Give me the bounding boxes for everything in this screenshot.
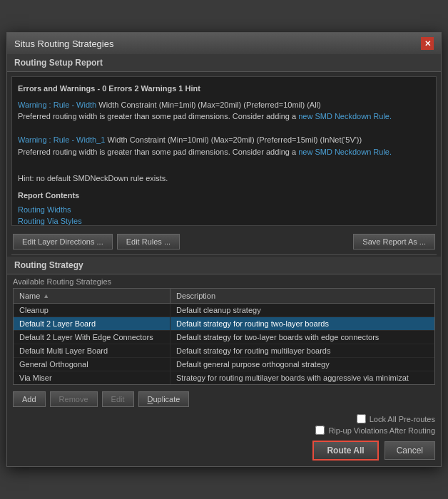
strategies-table: Name ▲ Description CleanupDefault cleanu… [13, 288, 435, 385]
close-button[interactable]: ✕ [421, 37, 434, 50]
warning1-text: Width Constraint (Min=1mil) (Max=20mil) … [96, 101, 321, 109]
row-desc: Default strategy for routing multilayer … [170, 344, 434, 357]
route-all-button[interactable]: Route All [312, 441, 378, 461]
table-row[interactable]: Default 2 Layer BoardDefault strategy fo… [14, 317, 434, 331]
error-header: Errors and Warnings - 0 Errors 2 Warning… [18, 83, 430, 95]
main-dialog: Situs Routing Strategies ✕ Routing Setup… [6, 32, 442, 467]
row-name: Cleanup [14, 304, 170, 317]
hint-text: Hint: no default SMDNeckDown rule exists… [18, 173, 430, 185]
cancel-button[interactable]: Cancel [385, 441, 435, 460]
table-row[interactable]: Via MiserStrategy for routing multilayer… [14, 371, 434, 384]
col-name-header: Name ▲ [14, 289, 170, 303]
bottom-button-row: Route All Cancel [7, 436, 441, 466]
rip-up-checkbox[interactable] [315, 426, 325, 435]
warning2-block: Warning : Rule - Width_1 Width Constrain… [18, 134, 430, 158]
lock-pre-routes-row[interactable]: Lock All Pre-routes [357, 414, 435, 423]
row-name: Default Multi Layer Board [14, 344, 170, 357]
row-name: Via Miser [14, 371, 170, 384]
table-row[interactable]: Default 2 Layer With Edge ConnectorsDefa… [14, 331, 434, 344]
row-name: Default 2 Layer With Edge Connectors [14, 331, 170, 344]
warning1-link[interactable]: new SMD Neckdown Rule. [298, 112, 392, 120]
duplicate-button[interactable]: Duplicate [138, 391, 190, 407]
rip-up-label: Rip-up Violations After Routing [328, 426, 435, 435]
table-row[interactable]: CleanupDefault cleanup strategy [14, 304, 434, 317]
lock-pre-routes-checkbox[interactable] [357, 414, 366, 423]
divider [11, 254, 437, 255]
save-report-button[interactable]: Save Report As ... [353, 234, 435, 250]
routing-via-styles-link[interactable]: Routing Via Styles [18, 215, 430, 226]
title-bar: Situs Routing Strategies ✕ [7, 33, 441, 54]
table-header: Name ▲ Description [14, 289, 434, 304]
table-row[interactable]: Default Multi Layer BoardDefault strateg… [14, 344, 434, 358]
action-button-row: Add Remove Edit Duplicate [7, 388, 441, 411]
add-button[interactable]: Add [13, 391, 46, 407]
warning2-desc: Preferred routing width is greater than … [18, 148, 298, 156]
row-desc: Default general purpose orthogonal strat… [170, 358, 434, 371]
sort-arrow-icon: ▲ [43, 292, 49, 299]
report-contents-header: Report Contents [18, 190, 430, 202]
warning1-prefix[interactable]: Warning : Rule - Width [18, 101, 96, 109]
edit-button[interactable]: Edit [102, 391, 134, 407]
warning2-prefix[interactable]: Warning : Rule - Width_1 [18, 135, 105, 144]
routing-widths-link[interactable]: Routing Widths [18, 204, 430, 216]
routing-strategy-label: Routing Strategy [7, 257, 441, 274]
available-label: Available Routing Strategies [13, 277, 435, 286]
row-name: Default 2 Layer Board [14, 317, 170, 330]
routing-strategy-section: Available Routing Strategies Name ▲ Desc… [7, 274, 441, 388]
table-row[interactable]: General OrthogonalDefault general purpos… [14, 358, 434, 371]
rip-up-row[interactable]: Rip-up Violations After Routing [315, 426, 435, 435]
report-section-label: Routing Setup Report [7, 54, 441, 72]
dialog-title: Situs Routing Strategies [14, 38, 113, 49]
warning1-block: Warning : Rule - Width Width Constraint … [18, 99, 430, 123]
warning1-desc: Preferred routing width is greater than … [18, 112, 298, 120]
warning2-text: Width Constraint (Min=10mil) (Max=20mil)… [105, 135, 362, 144]
table-body: CleanupDefault cleanup strategyDefault 2… [14, 304, 434, 384]
row-desc: Default strategy for routing two-layer b… [170, 317, 434, 330]
bottom-options: Lock All Pre-routes Rip-up Violations Af… [7, 411, 441, 436]
col-desc-header: Description [170, 289, 434, 303]
edit-rules-button[interactable]: Edit Rules ... [117, 234, 180, 250]
row-desc: Default strategy for two-layer boards wi… [170, 331, 434, 344]
edit-layer-button[interactable]: Edit Layer Directions ... [13, 234, 113, 250]
remove-button[interactable]: Remove [50, 391, 98, 407]
lock-pre-routes-label: Lock All Pre-routes [370, 415, 435, 423]
row-desc: Strategy for routing multilayer boards w… [170, 371, 434, 384]
report-button-row: Edit Layer Directions ... Edit Rules ...… [7, 230, 441, 253]
row-desc: Default cleanup strategy [170, 304, 434, 317]
row-name: General Orthogonal [14, 358, 170, 371]
report-area[interactable]: Errors and Warnings - 0 Errors 2 Warning… [11, 76, 437, 226]
warning2-link[interactable]: new SMD Neckdown Rule. [298, 148, 392, 156]
